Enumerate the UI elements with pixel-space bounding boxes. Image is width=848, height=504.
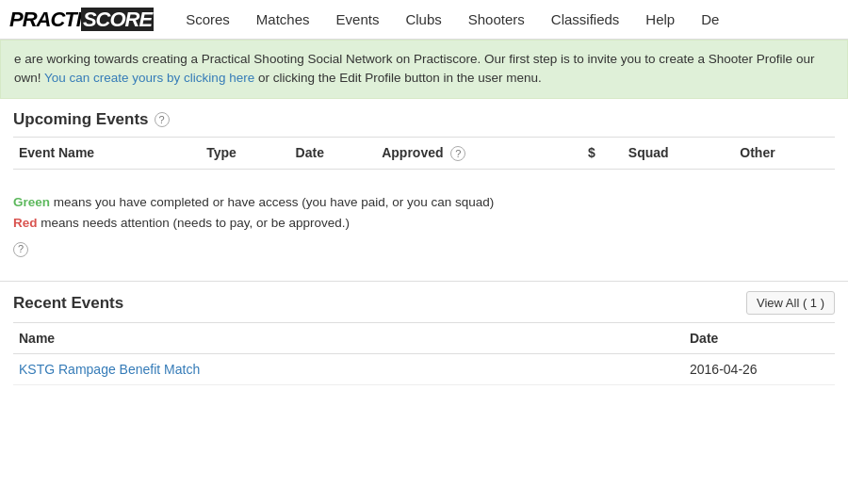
th-dollar: $ [582, 137, 623, 169]
legend-red-line: Red means needs attention (needs to pay,… [13, 213, 835, 235]
navbar: PRACTISCORE Scores Matches Events Clubs … [0, 0, 848, 40]
nav-scores[interactable]: Scores [172, 0, 243, 40]
th-squad: Squad [623, 137, 734, 169]
nav-help[interactable]: Help [632, 0, 688, 40]
legend-help-icon[interactable]: ? [13, 242, 28, 257]
event-name-link[interactable]: KSTG Rampage Benefit Match [19, 362, 200, 377]
recent-events-table: Name Date KSTG Rampage Benefit Match 201… [13, 322, 835, 385]
legend-green-text: means you have completed or have access … [50, 195, 494, 209]
navbar-links: Scores Matches Events Clubs Shooters Cla… [172, 0, 732, 40]
th-date: Date [684, 323, 835, 354]
nav-events[interactable]: Events [323, 0, 393, 40]
banner: e are working towards creating a Practic… [0, 40, 848, 99]
logo-text: PRACTISCORE [9, 8, 154, 31]
nav-shooters[interactable]: Shooters [455, 0, 538, 40]
upcoming-events-table: Event Name Type Date Approved ? $ Squad … [13, 137, 835, 181]
banner-text-before: e are working towards creating a Practic… [14, 52, 803, 66]
th-event-name: Event Name [13, 137, 201, 169]
legend-green-line: Green means you have completed or have a… [13, 192, 835, 214]
banner-text-after: or clicking the Edit Profile button in t… [254, 71, 542, 85]
recent-events-title: Recent Events [13, 294, 123, 313]
recent-events-section: Recent Events View All ( 1 ) Name Date K… [0, 282, 848, 385]
logo: PRACTISCORE [9, 8, 154, 32]
upcoming-events-title: Upcoming Events ? [13, 110, 835, 129]
nav-classifieds[interactable]: Classifieds [538, 0, 633, 40]
legend-red-text: means needs attention (needs to pay, or … [38, 216, 350, 230]
th-other: Other [734, 137, 835, 169]
empty-row [13, 169, 835, 181]
th-date: Date [290, 137, 377, 169]
th-type: Type [201, 137, 289, 169]
approved-help-icon[interactable]: ? [450, 146, 465, 161]
th-approved: Approved ? [376, 137, 582, 169]
upcoming-events-help-icon[interactable]: ? [155, 112, 170, 127]
table-row: KSTG Rampage Benefit Match 2016-04-26 [13, 354, 835, 385]
nav-clubs[interactable]: Clubs [392, 0, 454, 40]
recent-table-header-row: Name Date [13, 323, 835, 354]
legend-red-label: Red [13, 216, 38, 230]
legend-green-label: Green [13, 195, 50, 209]
banner-create-link[interactable]: You can create yours by clicking here [44, 71, 254, 85]
legend: Green means you have completed or have a… [0, 181, 848, 272]
upcoming-events-label: Upcoming Events [13, 110, 149, 129]
nav-matches[interactable]: Matches [243, 0, 323, 40]
event-date-cell: 2016-04-26 [684, 354, 835, 385]
recent-events-header: Recent Events View All ( 1 ) [13, 291, 835, 315]
event-name-cell: KSTG Rampage Benefit Match [13, 354, 684, 385]
nav-de[interactable]: De [688, 0, 732, 40]
th-name: Name [13, 323, 684, 354]
view-all-button[interactable]: View All ( 1 ) [746, 291, 835, 315]
table-header-row: Event Name Type Date Approved ? $ Squad … [13, 137, 835, 169]
upcoming-events-section: Upcoming Events ? Event Name Type Date A… [0, 99, 848, 181]
